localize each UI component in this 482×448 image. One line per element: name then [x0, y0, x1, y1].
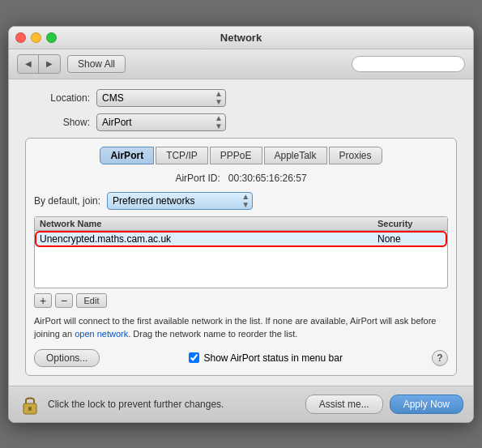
traffic-lights [15, 32, 57, 43]
help-button[interactable]: ? [432, 350, 448, 366]
add-network-button[interactable]: + [34, 293, 52, 308]
network-name: Unencrypted.maths.cam.ac.uk [40, 233, 377, 245]
bottom-bar: Options... Show AirPort status in menu b… [34, 349, 448, 367]
table-actions: + − Edit [34, 293, 448, 308]
assist-me-button[interactable]: Assist me... [305, 395, 383, 414]
main-content: Location: CMS ▲▼ Show: AirPort ▲▼ AirPor [9, 79, 473, 386]
lock-text: Click the lock to prevent further change… [48, 399, 299, 410]
location-row: Location: CMS ▲▼ [25, 89, 457, 107]
table-row[interactable]: Unencrypted.maths.cam.ac.uk None [35, 231, 447, 247]
show-status-row: Show AirPort status in menu bar [189, 352, 342, 364]
networks-table-header: Network Name Security [35, 217, 447, 231]
lock-icon[interactable] [19, 393, 41, 416]
location-label: Location: [25, 92, 90, 104]
edit-network-button[interactable]: Edit [76, 293, 107, 308]
nav-buttons: ◀ ▶ [17, 54, 61, 74]
tab-appletalk[interactable]: AppleTalk [264, 147, 327, 164]
tab-pppoe[interactable]: PPPoE [210, 147, 262, 164]
window-footer: Click the lock to prevent further change… [9, 386, 473, 422]
show-row: Show: AirPort ▲▼ [25, 113, 457, 131]
join-row: By default, join: Preferred networks ▲▼ [34, 192, 448, 210]
svg-rect-1 [28, 407, 32, 411]
show-all-button[interactable]: Show All [67, 55, 126, 73]
close-button[interactable] [15, 32, 26, 43]
tab-airport[interactable]: AirPort [100, 147, 154, 164]
description-text: AirPort will connect to the first availa… [34, 314, 448, 341]
search-wrap: ⌕ [352, 56, 465, 72]
airport-id-label: AirPort ID: [175, 173, 220, 184]
location-select[interactable]: CMS [96, 89, 226, 107]
toolbar: ◀ ▶ Show All ⌕ [9, 49, 473, 79]
show-select[interactable]: AirPort [96, 113, 226, 131]
join-select[interactable]: Preferred networks [107, 192, 253, 210]
apply-now-button[interactable]: Apply Now [390, 395, 463, 414]
tab-proxies[interactable]: Proxies [329, 147, 382, 164]
networks-body: Unencrypted.maths.cam.ac.uk None [35, 231, 447, 288]
join-select-wrap: Preferred networks ▲▼ [107, 192, 253, 210]
open-network-link[interactable]: open network [75, 329, 128, 339]
titlebar: Network [9, 27, 473, 49]
airport-id-row: AirPort ID: 00:30:65:16:26:57 [34, 173, 448, 184]
tabs-bar: AirPort TCP/IP PPPoE AppleTalk Proxies [34, 147, 448, 164]
network-window: Network ◀ ▶ Show All ⌕ Location: CMS ▲▼ [8, 26, 474, 423]
location-select-wrap: CMS ▲▼ [96, 89, 226, 107]
maximize-button[interactable] [46, 32, 57, 43]
options-button[interactable]: Options... [34, 349, 100, 367]
tab-panel: AirPort TCP/IP PPPoE AppleTalk Proxies A… [25, 138, 457, 376]
tab-tcpip[interactable]: TCP/IP [156, 147, 208, 164]
forward-button[interactable]: ▶ [39, 55, 60, 73]
search-input[interactable] [352, 56, 465, 72]
show-status-checkbox[interactable] [189, 352, 199, 363]
show-status-label: Show AirPort status in menu bar [203, 352, 342, 364]
show-select-wrap: AirPort ▲▼ [96, 113, 226, 131]
network-security: None [377, 233, 442, 245]
security-header: Security [377, 219, 442, 228]
join-label: By default, join: [34, 195, 100, 207]
window-title: Network [220, 32, 262, 44]
airport-id-value: 00:30:65:16:26:57 [228, 173, 307, 184]
remove-network-button[interactable]: − [55, 293, 73, 308]
show-label: Show: [25, 117, 90, 128]
minimize-button[interactable] [31, 32, 41, 43]
networks-table: Network Name Security Unencrypted.maths.… [34, 216, 448, 288]
back-button[interactable]: ◀ [18, 55, 39, 73]
network-name-header: Network Name [40, 219, 377, 228]
